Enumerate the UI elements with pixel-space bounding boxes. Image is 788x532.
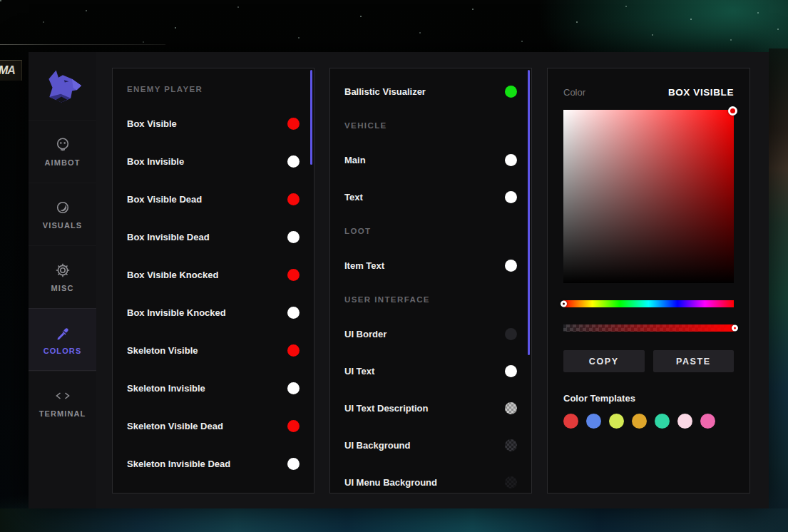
setting-label: UI Menu Background: [344, 477, 437, 488]
aimbot-icon: [54, 136, 71, 153]
eyedropper-icon: [54, 324, 71, 342]
color-templates-label: Color Templates: [563, 393, 734, 404]
color-dot[interactable]: [505, 476, 517, 488]
color-dot[interactable]: [505, 191, 517, 203]
color-dot[interactable]: [287, 458, 300, 470]
color-setting-row[interactable]: Skeleton Invisible: [127, 369, 300, 407]
color-dot[interactable]: [287, 307, 300, 319]
section-header-label: USER INTERFACE: [344, 295, 430, 304]
scrollbar-thumb[interactable]: [310, 70, 312, 165]
color-template-swatch[interactable]: [586, 414, 601, 429]
sidebar-label: VISUALS: [43, 221, 82, 230]
section-header: LOOT: [344, 215, 517, 247]
setting-label: Skeleton Visible Dead: [127, 421, 223, 431]
color-caption: Color: [563, 87, 585, 98]
setting-label: Item Text: [344, 260, 384, 271]
visuals-icon: [54, 199, 71, 216]
setting-label: Ballistic Visualizer: [344, 86, 426, 97]
color-setting-row[interactable]: Box Invisible Dead: [127, 218, 300, 256]
sidebar-item-aimbot[interactable]: AIMBOT: [29, 120, 96, 183]
color-dot[interactable]: [287, 231, 300, 243]
color-dot[interactable]: [505, 86, 517, 98]
alpha-slider-handle[interactable]: [732, 325, 738, 332]
color-template-swatch[interactable]: [677, 414, 692, 429]
color-setting-row[interactable]: Skeleton Visible Dead: [127, 407, 300, 445]
other-settings-list: Ballistic Visualizer VEHICLE Main Text L…: [330, 68, 531, 493]
content-area: ENEMY PLAYER Box Visible Box Invisible B…: [96, 52, 769, 508]
sidebar-label: AIMBOT: [45, 158, 81, 167]
color-setting-row[interactable]: Box Invisible: [127, 143, 300, 180]
setting-label: Box Visible Dead: [127, 194, 202, 205]
setting-label: Skeleton Invisible: [127, 383, 205, 394]
setting-label: Skeleton Visible: [127, 345, 198, 356]
color-dot[interactable]: [505, 365, 517, 377]
color-dot[interactable]: [287, 269, 300, 281]
gear-icon: [54, 262, 71, 279]
alpha-slider[interactable]: [563, 324, 734, 332]
sidebar-item-visuals[interactable]: VISUALS: [29, 183, 96, 245]
game-hud-badge: MA: [0, 60, 22, 81]
color-template-swatch[interactable]: [632, 414, 647, 429]
panel-enemy-player: ENEMY PLAYER Box Visible Box Invisible B…: [112, 68, 314, 493]
color-setting-row[interactable]: Box Invisible Knocked: [127, 294, 300, 332]
color-setting-row[interactable]: Ballistic Visualizer: [344, 73, 517, 110]
color-dot[interactable]: [287, 344, 300, 357]
section-header: VEHICLE: [344, 110, 517, 141]
setting-label: Main: [344, 155, 366, 165]
color-setting-row[interactable]: Text: [344, 178, 517, 215]
picker-target-name: BOX VISIBLE: [668, 87, 734, 98]
color-dot[interactable]: [505, 154, 517, 166]
color-template-swatch[interactable]: [609, 414, 624, 429]
color-dot[interactable]: [505, 328, 517, 340]
color-setting-row[interactable]: UI Border: [344, 315, 517, 352]
saturation-area[interactable]: [563, 110, 734, 283]
setting-label: Box Invisible Knocked: [127, 307, 226, 318]
color-dot[interactable]: [505, 402, 517, 414]
color-setting-row[interactable]: UI Text: [344, 352, 517, 389]
scrollbar-thumb[interactable]: [528, 70, 530, 355]
color-setting-row[interactable]: Item Text: [344, 247, 517, 284]
sidebar-item-terminal[interactable]: TERMINAL: [29, 371, 96, 434]
color-dot[interactable]: [505, 260, 517, 272]
paste-button[interactable]: PASTE: [653, 350, 735, 372]
game-scene-bottom: [0, 508, 788, 532]
color-setting-row[interactable]: Box Visible: [127, 105, 300, 143]
color-dot[interactable]: [505, 439, 517, 451]
color-dot[interactable]: [287, 382, 300, 394]
sidebar: AIMBOT VISUALS MISC COLORS: [29, 52, 96, 508]
setting-label: Text: [344, 192, 363, 203]
panel-other-settings: Ballistic Visualizer VEHICLE Main Text L…: [329, 68, 532, 493]
color-dot[interactable]: [287, 420, 300, 432]
hue-slider-handle[interactable]: [561, 301, 567, 307]
panel-color-picker: Color BOX VISIBLE COPY PASTE Color Templ…: [547, 68, 750, 493]
terminal-icon: [54, 387, 71, 404]
color-setting-row[interactable]: UI Background: [344, 426, 517, 464]
sidebar-item-colors[interactable]: COLORS: [29, 308, 96, 371]
saturation-cursor[interactable]: [728, 106, 737, 116]
color-setting-row[interactable]: Box Visible Knocked: [127, 256, 300, 294]
color-setting-row[interactable]: Skeleton Invisible Dead: [127, 445, 300, 483]
color-dot[interactable]: [287, 118, 300, 130]
color-setting-row[interactable]: Skeleton Visible: [127, 332, 300, 369]
color-setting-row[interactable]: Box Visible Dead: [127, 180, 300, 218]
section-header-label: LOOT: [344, 227, 372, 235]
setting-label: UI Background: [344, 440, 410, 451]
sidebar-item-misc[interactable]: MISC: [29, 245, 96, 308]
color-setting-row[interactable]: UI Text Description: [344, 389, 517, 426]
setting-label: Skeleton Invisible Dead: [127, 459, 230, 469]
color-dot[interactable]: [287, 193, 300, 205]
game-hud-line: [0, 44, 165, 45]
color-template-swatch[interactable]: [655, 414, 670, 429]
color-template-swatch[interactable]: [700, 414, 715, 429]
color-setting-row[interactable]: UI Menu Background: [344, 464, 517, 493]
copy-button[interactable]: COPY: [563, 350, 645, 372]
hue-slider[interactable]: [563, 300, 734, 307]
section-header: USER INTERFACE: [344, 284, 517, 315]
color-template-swatch[interactable]: [563, 414, 578, 429]
setting-label: Box Visible: [127, 118, 177, 129]
sidebar-label: COLORS: [44, 347, 82, 355]
color-dot[interactable]: [287, 155, 300, 168]
color-setting-row[interactable]: Main: [344, 141, 517, 178]
setting-label: Box Visible Knocked: [127, 270, 218, 280]
sidebar-label: TERMINAL: [39, 409, 86, 418]
